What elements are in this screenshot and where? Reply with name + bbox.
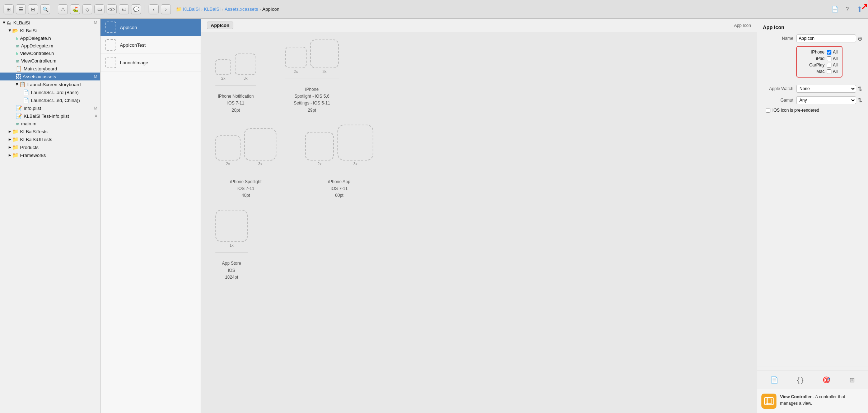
sidebar-item-info-plist[interactable]: 📝 Info.plist M: [0, 104, 100, 112]
toolbar-divider-2: [145, 5, 145, 14]
sidebar-item-klbaisi-folder[interactable]: ▶ 📂 KLBaiSi: [0, 27, 100, 34]
toolbar-btn-tag[interactable]: 🏷: [119, 4, 129, 14]
sidebar-item-launchscr-base[interactable]: 📄 LaunchScr...ard (Base): [0, 88, 100, 96]
git-icon-btn[interactable]: ⬆ ↗: [854, 4, 864, 14]
sidebar-item-test-info-plist[interactable]: 📝 KLBaiSi Test-Info.plist A: [0, 112, 100, 120]
icon-boxes-spotlight-settings: 2x 3x: [285, 40, 339, 74]
sidebar-item-assets-xcassets[interactable]: 🖼 Assets.xcassets M: [0, 73, 100, 80]
breadcrumb: 📁 KLBaiSi › KLBaiSi › Assets.xcassets › …: [176, 6, 279, 12]
breadcrumb-link-0[interactable]: KLBaiSi: [183, 6, 200, 12]
sidebar-item-frameworks[interactable]: ▶ 📁 Frameworks: [0, 151, 100, 159]
assets-icon: 🖼: [16, 74, 21, 79]
toolbar-btn-search[interactable]: 🔍: [40, 4, 50, 14]
breadcrumb-item-0[interactable]: 📁: [176, 6, 182, 12]
device-row-ipad: iPad All: [801, 56, 837, 61]
help-icon-btn[interactable]: ?: [842, 4, 852, 14]
inspector-gamut-row: Gamut Any ⇅: [763, 96, 862, 104]
icon-box-2x-small: 2x: [215, 59, 231, 80]
toolbar-btn-grid[interactable]: ⊞: [4, 4, 14, 14]
toolbar-btn-list[interactable]: ☰: [16, 4, 26, 14]
icon-placeholder[interactable]: [285, 47, 307, 68]
sidebar-item-project[interactable]: ▶ 🗂 KLBaiSi M: [0, 19, 100, 27]
device-mac-checkbox[interactable]: [827, 69, 831, 74]
sidebar-item-main-storyboard[interactable]: 📋 Main.storyboard: [0, 65, 100, 73]
sidebar-item-label: ViewController.h: [20, 51, 54, 56]
sidebar-item-badge: M: [94, 106, 97, 110]
toolbar-btn-speech[interactable]: 💬: [131, 4, 141, 14]
device-iphone-all: All: [833, 50, 837, 55]
sidebar-item-label: AppDelegate.m: [21, 43, 53, 48]
toolbar-btn-diamond[interactable]: ◇: [82, 4, 92, 14]
sidebar-item-main-m[interactable]: m main.m: [0, 120, 100, 127]
breadcrumb-link-1[interactable]: KLBaiSi: [204, 6, 220, 12]
icon-set-label: iPhone SpotlightiOS 7-1140pt: [230, 178, 261, 199]
triangle-icon: ▶: [9, 153, 11, 157]
asset-item-appicon[interactable]: AppIcon: [101, 19, 201, 36]
plist-icon: 📝: [16, 113, 22, 119]
breadcrumb-sep-2: ›: [260, 7, 261, 11]
icon-placeholder[interactable]: [215, 135, 241, 161]
clear-icon[interactable]: ⊕: [858, 35, 862, 42]
section-divider: [215, 252, 248, 253]
icon-placeholder[interactable]: [337, 125, 373, 161]
inspector-tab-file-icon[interactable]: 📄: [767, 375, 781, 385]
device-ipad-all: All: [833, 56, 837, 61]
sidebar-item-appdelegate-h[interactable]: h AppDelegate.h: [0, 34, 100, 42]
inspector-gamut-select[interactable]: Any: [796, 96, 856, 104]
section-divider: [215, 85, 256, 86]
asset-item-appicontest[interactable]: AppIconTest: [101, 36, 201, 54]
icon-box-3x-spl: 3x: [244, 128, 276, 166]
sidebar-item-klbaisi-tests[interactable]: ▶ 📁 KLBaiSiTests: [0, 127, 100, 135]
sidebar-item-viewcontroller-h[interactable]: h ViewController.h: [0, 50, 100, 57]
icon-placeholder[interactable]: [244, 128, 276, 161]
toolbar-btn-hierarchy[interactable]: ⊟: [28, 4, 38, 14]
breadcrumb-link-2[interactable]: Assets.xcassets: [225, 6, 258, 12]
device-row-iphone: iPhone All: [801, 50, 837, 55]
sidebar-item-klbaisi-uitests[interactable]: ▶ 📁 KLBaiSiUITests: [0, 135, 100, 143]
folder-icon: 📁: [12, 144, 18, 150]
toolbar-btn-forward[interactable]: ›: [161, 4, 171, 14]
toolbar-btn-rect[interactable]: ▭: [94, 4, 104, 14]
icon-placeholder[interactable]: [310, 40, 339, 68]
sidebar-item-launchscr-china[interactable]: 📄 LaunchScr...ed, China)): [0, 96, 100, 104]
sidebar-item-viewcontroller-m[interactable]: m ViewController.m: [0, 57, 100, 65]
asset-item-label: AppIconTest: [120, 42, 146, 48]
inspector-tab-table-icon[interactable]: ⊞: [846, 375, 858, 385]
sidebar-item-label: LaunchScreen.storyboard: [27, 82, 81, 87]
device-iphone-label: iPhone: [801, 50, 825, 55]
inspector-devices-row: iPhone All iPad All CarPlay All: [763, 46, 862, 81]
icon-placeholder[interactable]: [215, 210, 248, 242]
icon-box-3x-small: 3x: [235, 54, 256, 80]
sidebar-item-launchscreen-storyboard[interactable]: ▶ 📋 LaunchScreen.storyboard: [0, 80, 100, 88]
toolbar-btn-back[interactable]: ‹: [149, 4, 159, 14]
inspector-applewatch-select[interactable]: None: [796, 85, 856, 93]
device-ipad-label: iPad: [801, 56, 825, 61]
icon-scale-label: 3x: [322, 69, 327, 74]
icon-placeholder[interactable]: [305, 132, 334, 161]
sidebar-item-label: Info.plist: [24, 106, 41, 111]
icon-box-2x-app: 2x: [305, 132, 334, 166]
sidebar-item-products[interactable]: ▶ 📁 Products: [0, 143, 100, 151]
folder-icon: 📁: [12, 136, 18, 142]
inspector-tab-code-icon[interactable]: { }: [794, 375, 806, 385]
inspector-name-field[interactable]: [796, 34, 856, 42]
toolbar-btn-code[interactable]: </>: [107, 4, 117, 14]
device-ipad-checkbox[interactable]: [827, 56, 831, 61]
new-file-icon-btn[interactable]: 📄: [830, 4, 840, 14]
sidebar-item-appdelegate-m[interactable]: m AppDelegate.m: [0, 42, 100, 50]
icon-set-appstore: 1x App StoreiOS1024pt: [215, 210, 248, 281]
sidebar-item-label: LaunchScr...ard (Base): [31, 90, 79, 95]
toolbar-btn-warning[interactable]: ⚠: [58, 4, 68, 14]
folder-icon: 📂: [12, 28, 18, 33]
device-carplay-label: CarPlay: [801, 62, 825, 68]
content-title: AppIcon: [207, 22, 233, 29]
device-iphone-checkbox[interactable]: [827, 50, 831, 55]
inspector-tab-target-icon[interactable]: 🎯: [820, 375, 833, 385]
prerendered-checkbox[interactable]: [766, 108, 770, 113]
sidebar-item-label: KLBaiSi Test-Info.plist: [24, 113, 69, 119]
asset-item-launchimage[interactable]: LaunchImage: [101, 54, 201, 71]
device-carplay-checkbox[interactable]: [827, 63, 831, 68]
icon-placeholder[interactable]: [235, 54, 256, 75]
icon-placeholder[interactable]: [215, 59, 231, 75]
toolbar-btn-flag[interactable]: ⛳: [70, 4, 80, 14]
